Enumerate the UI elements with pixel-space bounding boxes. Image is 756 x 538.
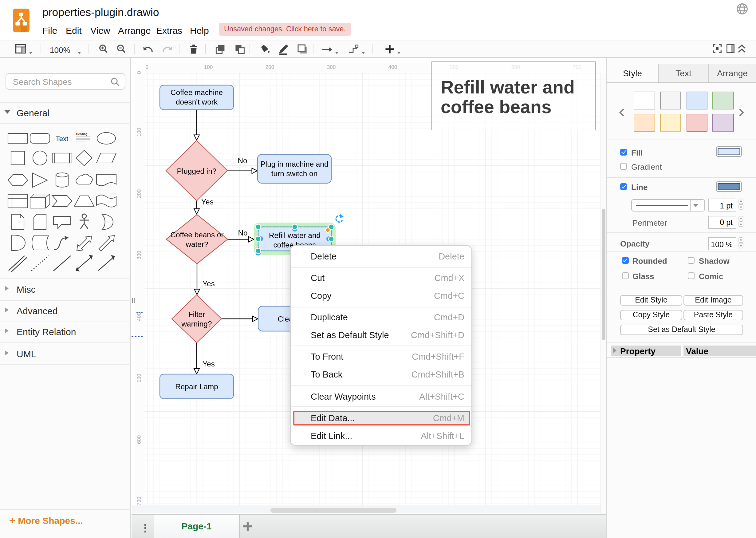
svg-text:Text: Text	[56, 135, 68, 143]
svg-text:water?: water?	[185, 240, 208, 248]
svg-text:turn switch on: turn switch on	[271, 169, 317, 177]
svg-text:No: No	[237, 229, 247, 237]
svg-text:No: No	[237, 156, 247, 164]
svg-text:Plug in machine and: Plug in machine and	[260, 160, 328, 168]
svg-text:Refill water and: Refill water and	[269, 231, 320, 239]
svg-text:warning?: warning?	[181, 319, 212, 328]
svg-text:Coffee machine: Coffee machine	[170, 88, 223, 96]
svg-text:Repair Lamp: Repair Lamp	[175, 382, 218, 391]
svg-text:Filter: Filter	[188, 310, 205, 318]
svg-text:Yes: Yes	[201, 197, 213, 206]
svg-text:Coffee beans or: Coffee beans or	[170, 230, 223, 239]
svg-text:doesn't work: doesn't work	[176, 97, 218, 106]
svg-text:Yes: Yes	[202, 279, 215, 288]
svg-text:Yes: Yes	[202, 359, 215, 368]
svg-text:Plugged in?: Plugged in?	[177, 167, 216, 175]
svg-text:Heading: Heading	[76, 133, 87, 135]
